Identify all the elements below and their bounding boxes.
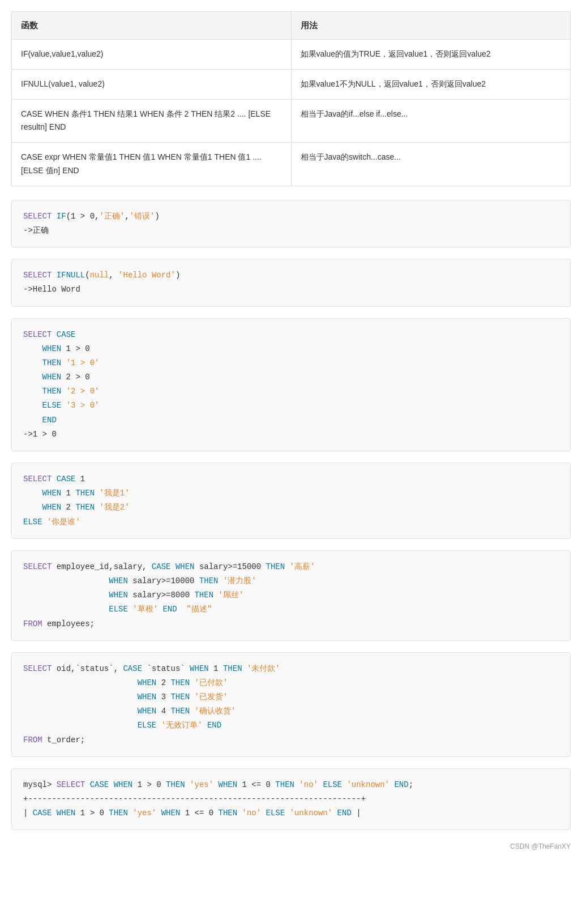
code-block-5: SELECT employee_id,salary, CASE WHEN sal… [11, 550, 571, 641]
func-cell: IF(value,value1,value2) [12, 40, 292, 70]
table-row: CASE WHEN 条件1 THEN 结果1 WHEN 条件 2 THEN 结果… [12, 99, 571, 143]
func-cell: CASE expr WHEN 常量值1 THEN 值1 WHEN 常量值1 TH… [12, 143, 292, 186]
table-row: IF(value,value1,value2) 如果value的值为TRUE，返… [12, 40, 571, 70]
func-cell: CASE WHEN 条件1 THEN 结果1 WHEN 条件 2 THEN 结果… [12, 99, 292, 143]
table-row: IFNULL(value1, value2) 如果value1不为NULL，返回… [12, 69, 571, 99]
code-block-2: SELECT IFNULL(null, 'Hello Word') ->Hell… [11, 259, 571, 306]
col-header-usage: 用法 [291, 12, 571, 40]
main-container: 函数 用法 IF(value,value1,value2) 如果value的值为… [0, 0, 582, 870]
code-block-1: SELECT IF(1 > 0,'正确','错误') ->正确 [11, 200, 571, 247]
func-cell: IFNULL(value1, value2) [12, 69, 292, 99]
code-block-6: SELECT oid,`status`, CASE `status` WHEN … [11, 652, 571, 757]
col-header-func: 函数 [12, 12, 292, 40]
watermark: CSDN @TheFanXY [11, 841, 571, 852]
desc-cell: 相当于Java的switch...case... [291, 143, 571, 186]
desc-cell: 如果value的值为TRUE，返回value1，否则返回value2 [291, 40, 571, 70]
desc-cell: 如果value1不为NULL，返回value1，否则返回value2 [291, 69, 571, 99]
code-block-3: SELECT CASE WHEN 1 > 0 THEN '1 > 0' WHEN… [11, 318, 571, 452]
code-block-7: mysql> SELECT CASE WHEN 1 > 0 THEN 'yes'… [11, 768, 571, 831]
functions-table: 函数 用法 IF(value,value1,value2) 如果value的值为… [11, 11, 571, 186]
table-row: CASE expr WHEN 常量值1 THEN 值1 WHEN 常量值1 TH… [12, 143, 571, 186]
code-block-4: SELECT CASE 1 WHEN 1 THEN '我是1' WHEN 2 T… [11, 463, 571, 539]
desc-cell: 相当于Java的if...else if...else... [291, 99, 571, 143]
